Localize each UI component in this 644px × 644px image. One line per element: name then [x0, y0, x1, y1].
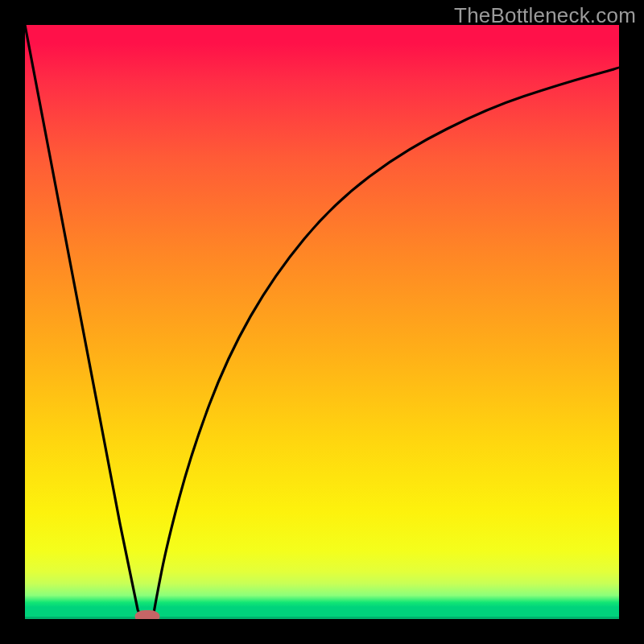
plot-area	[25, 25, 619, 619]
chart-frame: TheBottleneck.com	[0, 0, 644, 644]
curve-right-branch	[153, 68, 619, 619]
optimal-point-marker	[135, 610, 160, 619]
curve-left-branch	[25, 25, 142, 619]
watermark-text: TheBottleneck.com	[454, 3, 636, 28]
bottleneck-curve	[25, 25, 619, 619]
